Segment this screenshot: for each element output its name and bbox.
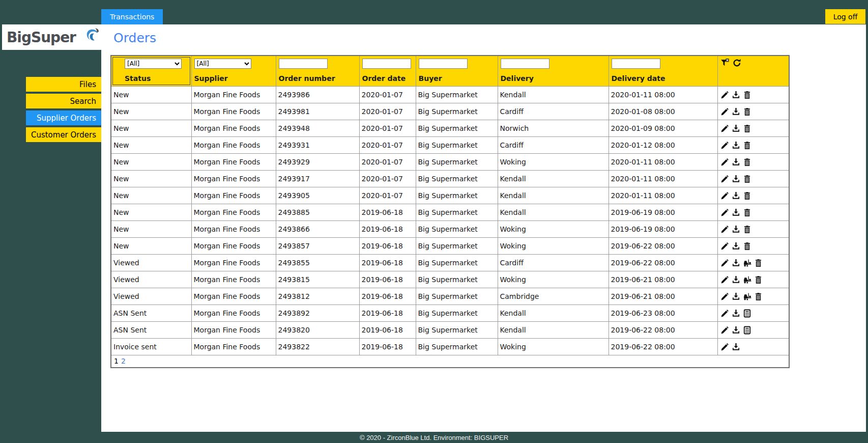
buyer-filter-input[interactable] [419, 59, 468, 69]
column-header-delivery: Delivery [498, 56, 609, 87]
pencil-icon[interactable] [720, 309, 729, 318]
pencil-icon[interactable] [720, 158, 729, 167]
trash-icon[interactable] [754, 292, 763, 301]
column-header-delivery-date: Delivery date [609, 56, 717, 87]
pencil-icon[interactable] [720, 124, 729, 133]
table-row: NewMorgan Fine Foods24939172020-01-07Big… [111, 171, 789, 187]
pencil-icon[interactable] [720, 292, 729, 301]
download-icon[interactable] [732, 158, 740, 167]
download-icon[interactable] [732, 275, 740, 284]
cell-order-number: 2493917 [276, 171, 359, 187]
cell-order-number: 2493822 [276, 339, 359, 355]
forklift-icon[interactable] [743, 259, 751, 267]
download-icon[interactable] [732, 91, 740, 99]
pencil-icon[interactable] [720, 242, 729, 251]
download-icon[interactable] [732, 242, 740, 251]
table-row: NewMorgan Fine Foods24939312020-01-07Big… [111, 137, 789, 154]
pencil-icon[interactable] [720, 107, 729, 116]
pencil-icon[interactable] [720, 191, 729, 200]
cell-supplier: Morgan Fine Foods [191, 137, 276, 154]
trash-icon[interactable] [743, 208, 751, 217]
pencil-icon[interactable] [720, 208, 729, 217]
calculator-icon[interactable] [743, 309, 751, 318]
logoff-button[interactable]: Log off [825, 9, 865, 24]
download-icon[interactable] [732, 124, 740, 133]
cell-delivery: Kendall [498, 87, 609, 103]
download-icon[interactable] [732, 326, 740, 335]
cell-buyer: Big Supermarket [416, 322, 498, 339]
download-icon[interactable] [732, 343, 740, 351]
trash-icon[interactable] [743, 124, 751, 133]
pencil-icon[interactable] [720, 141, 729, 150]
cell-buyer: Big Supermarket [416, 255, 498, 271]
trash-icon[interactable] [754, 275, 763, 284]
trash-icon[interactable] [743, 191, 751, 200]
page-number-link[interactable]: 2 [121, 357, 126, 365]
download-icon[interactable] [732, 175, 740, 183]
cell-delivery-date: 2020-01-11 08:00 [609, 187, 717, 204]
cell-actions [717, 221, 789, 238]
supplier-filter-dropdown[interactable]: [All] [194, 59, 251, 69]
table-row: NewMorgan Fine Foods24939482020-01-07Big… [111, 120, 789, 137]
cell-delivery-date: 2019-06-21 08:00 [609, 288, 717, 305]
tab-transactions[interactable]: Transactions [101, 9, 163, 24]
forklift-icon[interactable] [743, 292, 751, 301]
trash-icon[interactable] [743, 91, 751, 99]
cell-supplier: Morgan Fine Foods [191, 305, 276, 322]
trash-icon[interactable] [743, 175, 751, 183]
trash-icon[interactable] [743, 225, 751, 234]
cell-actions [717, 238, 789, 255]
cell-supplier: Morgan Fine Foods [191, 339, 276, 355]
download-icon[interactable] [732, 141, 740, 150]
order-number-filter-input[interactable] [279, 59, 328, 69]
trash-icon[interactable] [743, 107, 751, 116]
cell-delivery: Woking [498, 238, 609, 255]
order-date-filter-input[interactable] [362, 59, 411, 69]
delivery-date-filter-input[interactable] [612, 59, 660, 69]
cell-buyer: Big Supermarket [416, 339, 498, 355]
sidebar-item-files[interactable]: Files [26, 77, 101, 92]
cell-order-date: 2020-01-07 [359, 187, 416, 204]
cell-order-date: 2019-06-18 [359, 221, 416, 238]
status-filter-dropdown[interactable]: [All] [125, 59, 182, 69]
sidebar-item-customer-orders[interactable]: Customer Orders [26, 127, 101, 142]
column-label: Buyer [419, 74, 496, 82]
download-icon[interactable] [732, 292, 740, 301]
download-icon[interactable] [732, 208, 740, 217]
trash-icon[interactable] [743, 158, 751, 167]
page-number-current[interactable]: 1 [114, 357, 119, 365]
sidebar-item-search[interactable]: Search [26, 94, 101, 108]
cell-supplier: Morgan Fine Foods [191, 288, 276, 305]
cell-order-number: 2493929 [276, 154, 359, 171]
logo-text: BigSuper [7, 29, 76, 46]
column-header-status: [All] Status [111, 56, 191, 87]
trash-icon[interactable] [743, 242, 751, 251]
calculator-icon[interactable] [743, 326, 751, 335]
column-header-buyer: Buyer [416, 56, 498, 87]
download-icon[interactable] [732, 259, 740, 267]
cell-delivery-date: 2019-06-21 08:00 [609, 271, 717, 288]
pencil-icon[interactable] [720, 225, 729, 234]
cell-supplier: Morgan Fine Foods [191, 171, 276, 187]
trash-icon[interactable] [754, 259, 763, 267]
sidebar-item-supplier-orders[interactable]: Supplier Orders [26, 110, 101, 125]
refresh-icon[interactable] [733, 59, 741, 67]
pencil-icon[interactable] [720, 275, 729, 284]
cell-status: ASN Sent [111, 305, 191, 322]
download-icon[interactable] [732, 225, 740, 234]
pencil-icon[interactable] [720, 326, 729, 335]
pencil-icon[interactable] [720, 343, 729, 351]
cell-order-number: 2493885 [276, 204, 359, 221]
funnel-filter-icon[interactable] [720, 59, 729, 67]
pencil-icon[interactable] [720, 91, 729, 99]
pencil-icon[interactable] [720, 259, 729, 267]
forklift-icon[interactable] [743, 275, 751, 284]
download-icon[interactable] [732, 107, 740, 116]
cell-order-number: 2493986 [276, 87, 359, 103]
trash-icon[interactable] [743, 141, 751, 150]
pencil-icon[interactable] [720, 175, 729, 183]
cell-delivery-date: 2020-01-11 08:00 [609, 171, 717, 187]
download-icon[interactable] [732, 191, 740, 200]
delivery-filter-input[interactable] [501, 59, 549, 69]
download-icon[interactable] [732, 309, 740, 318]
